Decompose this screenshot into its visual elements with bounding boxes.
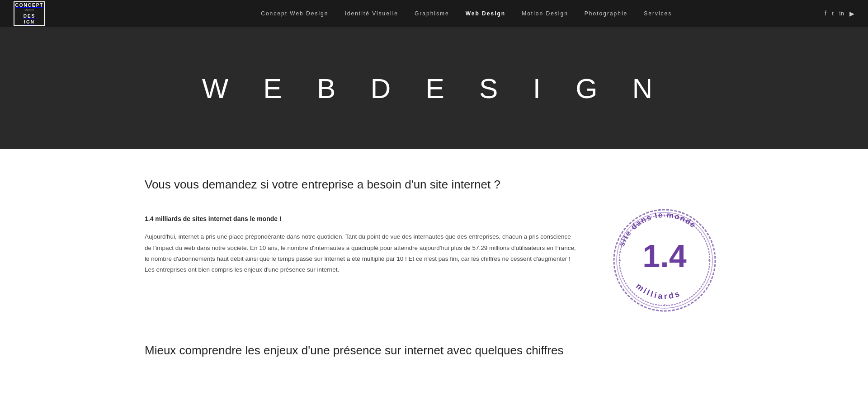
logo-line2: WEB	[15, 8, 44, 13]
linkedin-icon[interactable]: in	[839, 10, 844, 17]
nav-link-identite-visuelle[interactable]: Identité Visuelle	[336, 10, 406, 17]
question-section: Vous vous demandez si votre entreprise a…	[145, 176, 723, 193]
social-icons: f t in ▶	[825, 10, 854, 18]
nav-link-photographie[interactable]: Photographie	[576, 10, 636, 17]
text-block: 1.4 milliards de sites internet dans le …	[145, 215, 579, 275]
question-heading: Vous vous demandez si votre entreprise a…	[145, 176, 723, 193]
logo-line1: CONCEPT	[15, 2, 44, 8]
nav-link-motion-design[interactable]: Motion Design	[514, 10, 576, 17]
svg-text:1.4: 1.4	[642, 239, 686, 274]
understand-heading: Mieux comprendre les enjeux d'une présen…	[145, 342, 723, 359]
svg-point-7	[664, 304, 665, 306]
nav-link-web-design[interactable]: Web Design	[458, 10, 514, 17]
youtube-icon[interactable]: ▶	[849, 10, 854, 18]
logo-line4: IGN	[15, 19, 44, 25]
stat-heading: 1.4 milliards de sites internet dans le …	[145, 215, 579, 222]
nav-link-concept-web-design[interactable]: Concept Web Design	[253, 10, 336, 17]
svg-point-6	[664, 215, 665, 217]
nav-link-services[interactable]: Services	[636, 10, 680, 17]
svg-text:milliards: milliards	[634, 282, 682, 301]
twitter-icon[interactable]: t	[832, 10, 834, 17]
main-content: Vous vous demandez si votre entreprise a…	[0, 149, 868, 386]
stamp-container: site dans le monde 1.4 milliards	[606, 206, 723, 315]
logo-line3: DES	[15, 13, 44, 19]
nav-links: Concept Web Design Identité Visuelle Gra…	[108, 10, 825, 17]
nav-link-graphisme[interactable]: Graphisme	[406, 10, 458, 17]
navbar: CONCEPT WEB DES IGN Concept Web Design I…	[0, 0, 868, 27]
hero-title: W E B D E S I G N	[202, 72, 666, 104]
section-understand: Mieux comprendre les enjeux d'une présen…	[145, 342, 723, 359]
svg-point-9	[708, 259, 710, 261]
hero-section: W E B D E S I G N	[0, 27, 868, 149]
facebook-icon[interactable]: f	[825, 10, 827, 17]
stamp-graphic: site dans le monde 1.4 milliards	[610, 206, 719, 315]
logo[interactable]: CONCEPT WEB DES IGN	[14, 1, 63, 26]
stat-body: Aujourd'hui, internet a pris une place p…	[145, 231, 579, 275]
content-row: 1.4 milliards de sites internet dans le …	[145, 215, 723, 315]
svg-point-8	[619, 259, 621, 261]
